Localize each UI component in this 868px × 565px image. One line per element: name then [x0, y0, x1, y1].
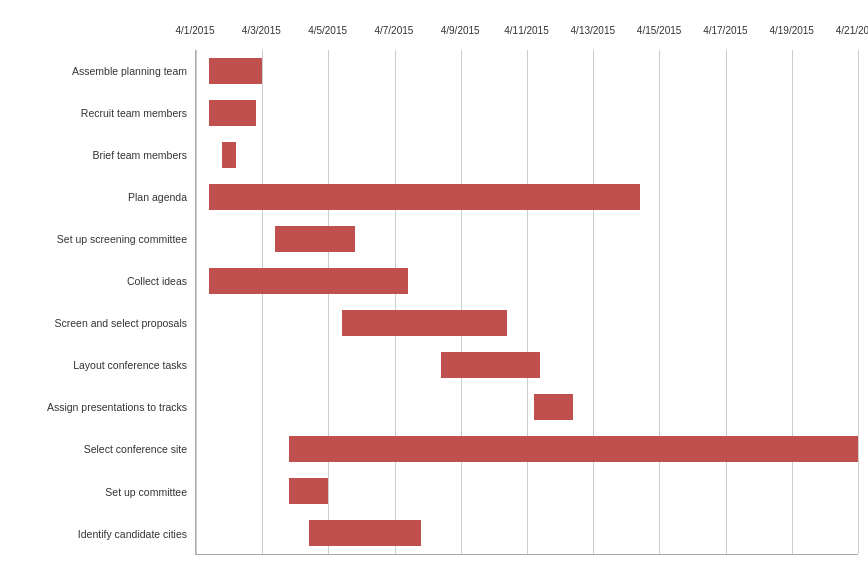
bar-row: [196, 302, 858, 344]
x-label: 4/19/2015: [769, 25, 814, 36]
x-label: 4/17/2015: [703, 25, 748, 36]
y-label: Set up screening committee: [10, 218, 195, 260]
x-label: 4/3/2015: [242, 25, 281, 36]
bar-row: [196, 512, 858, 554]
gantt-bar: [209, 100, 255, 125]
y-label: Identify candidate cities: [10, 513, 195, 555]
y-axis-header: [10, 20, 195, 50]
bar-row: [196, 218, 858, 260]
x-label: 4/9/2015: [441, 25, 480, 36]
chart-inner: Assemble planning teamRecruit team membe…: [10, 20, 858, 555]
y-label: Recruit team members: [10, 92, 195, 134]
gantt-bar: [209, 58, 262, 83]
bar-row: [196, 428, 858, 470]
x-label: 4/15/2015: [637, 25, 682, 36]
gantt-bar: [309, 520, 422, 545]
y-labels: Assemble planning teamRecruit team membe…: [10, 50, 195, 555]
x-label: 4/7/2015: [374, 25, 413, 36]
chart-container: Assemble planning teamRecruit team membe…: [0, 0, 868, 565]
x-label: 4/5/2015: [308, 25, 347, 36]
y-label: Screen and select proposals: [10, 302, 195, 344]
y-label: Set up committee: [10, 471, 195, 513]
y-label: Collect ideas: [10, 260, 195, 302]
bar-row: [196, 386, 858, 428]
bar-row: [196, 50, 858, 92]
x-label: 4/11/2015: [504, 25, 549, 36]
gantt-bar: [289, 478, 329, 503]
y-label: Select conference site: [10, 429, 195, 471]
gantt-bar: [289, 436, 858, 461]
y-label: Plan agenda: [10, 176, 195, 218]
x-label: 4/21/2015: [836, 25, 868, 36]
x-label: 4/1/2015: [176, 25, 215, 36]
bar-row: [196, 470, 858, 512]
bar-row: [196, 134, 858, 176]
gantt-bar: [209, 268, 408, 293]
bar-row: [196, 344, 858, 386]
bar-row: [196, 260, 858, 302]
bar-row: [196, 176, 858, 218]
plot-area: 4/1/20154/3/20154/5/20154/7/20154/9/2015…: [195, 20, 858, 555]
bar-row: [196, 92, 858, 134]
gantt-bar: [534, 394, 574, 419]
x-label: 4/13/2015: [571, 25, 616, 36]
gantt-bar: [441, 352, 540, 377]
y-label: Assign presentations to tracks: [10, 387, 195, 429]
gantt-bar: [275, 226, 354, 251]
y-label: Assemble planning team: [10, 50, 195, 92]
x-axis-header: 4/1/20154/3/20154/5/20154/7/20154/9/2015…: [195, 20, 858, 50]
y-axis: Assemble planning teamRecruit team membe…: [10, 20, 195, 555]
y-label: Brief team members: [10, 134, 195, 176]
gantt-bar: [342, 310, 508, 335]
grid-line: [858, 50, 859, 554]
gantt-bar: [209, 184, 639, 209]
gantt-bar: [222, 142, 235, 167]
bars-area: [195, 50, 858, 555]
y-label: Layout conference tasks: [10, 345, 195, 387]
